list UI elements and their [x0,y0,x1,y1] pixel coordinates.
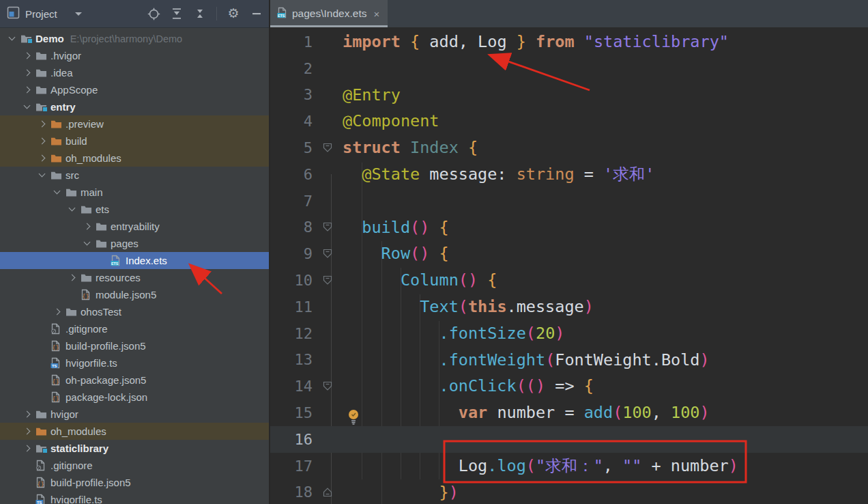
chevron-down-icon[interactable] [20,98,35,115]
tree-item-index.ets[interactable]: ETSIndex.ets [0,252,269,269]
code-text: .fontWeight(FontWeight.Bold) [343,347,710,374]
chevron-right-icon[interactable] [50,303,66,320]
tree-indent-spacer [35,389,50,406]
chevron-right-icon[interactable] [20,47,35,64]
tree-item-.idea[interactable]: .idea [0,64,269,81]
line-number: 13 [270,351,313,368]
hide-panel-icon[interactable] [250,7,263,20]
tree-item-label: Demo [35,33,64,44]
code-line-3[interactable]: 3@Entry [270,82,868,109]
chevron-right-icon[interactable] [66,269,81,286]
tree-item-label: oh-package.json5 [66,374,146,386]
expand-all-icon[interactable] [170,7,184,20]
tree-item-appscope[interactable]: AppScope [0,81,269,98]
tree-item-hvigorfile.ts[interactable]: TShvigorfile.ts [0,354,269,372]
tree-item-build-profile.json5[interactable]: {}build-profile.json5 [0,474,269,491]
code-text: import { add, Log } from "staticlibrary" [343,29,729,55]
json-file-icon: {} [50,391,66,403]
tree-item-entryability[interactable]: entryability [0,218,269,235]
fold-marker-icon[interactable] [313,221,343,233]
folder-icon [35,68,50,78]
chevron-right-icon[interactable] [20,423,35,440]
chevron-down-icon[interactable] [50,184,66,201]
code-editor[interactable]: 1import { add, Log } from "staticlibrary… [270,27,868,504]
chevron-right-icon[interactable] [35,150,50,167]
chevron-right-icon[interactable] [35,132,50,150]
line-number: 16 [270,431,313,448]
chevron-down-icon[interactable] [66,201,81,218]
project-view-selector[interactable]: Project [0,6,82,22]
tree-item-.preview[interactable]: .preview [0,115,269,132]
chevron-right-icon[interactable] [20,440,35,457]
folder-icon [96,222,111,232]
tree-item-module.json5[interactable]: {}module.json5 [0,286,269,303]
tab-index-ets[interactable]: ETS pages\Index.ets × [270,0,388,27]
chevron-right-icon[interactable] [81,218,96,235]
tree-item-src[interactable]: src [0,167,269,184]
tree-item-hvigor[interactable]: hvigor [0,406,269,423]
code-line-11[interactable]: 11 Text(this.message) [270,294,868,320]
chevron-down-icon[interactable] [81,235,96,252]
chevron-right-icon[interactable] [20,81,35,98]
fold-marker-icon[interactable] [313,142,343,154]
code-line-8[interactable]: 8 build() { [270,214,868,241]
folder-icon [96,239,111,249]
tree-indent-spacer [35,354,50,372]
tree-item-oh-package.json5[interactable]: {}oh-package.json5 [0,372,269,389]
intention-bulb-icon[interactable] [347,408,360,429]
chevron-down-icon[interactable] [5,30,20,47]
code-line-10[interactable]: 10 Column() { [270,267,868,294]
line-number: 2 [270,60,313,77]
tree-item-resources[interactable]: resources [0,269,269,286]
tree-item-label: oh_modules [50,425,106,437]
chevron-down-icon[interactable] [35,167,50,184]
code-line-7[interactable]: 7 [270,188,868,214]
tree-item-.gitignore[interactable]: .gitignore [0,320,269,337]
fold-marker-icon[interactable] [313,380,343,392]
tree-item-label: AppScope [50,84,98,96]
fold-marker-icon[interactable] [313,248,343,260]
code-line-6[interactable]: 6 @State message: string = '求和' [270,161,868,188]
tree-item-ets[interactable]: ets [0,201,269,218]
close-tab-icon[interactable]: × [373,8,379,20]
tree-item-pages[interactable]: pages [0,235,269,252]
code-line-13[interactable]: 13 .fontWeight(FontWeight.Bold) [270,347,868,374]
tree-item-entry[interactable]: entry [0,98,269,115]
code-line-9[interactable]: 9 Row() { [270,240,868,267]
ide-window: Project [0,0,868,504]
tree-item-package-lock.json[interactable]: {}package-lock.json [0,389,269,406]
code-line-16[interactable]: 16 [270,426,868,453]
tree-item-label: entry [50,101,76,113]
code-line-14[interactable]: 14 .onClick(() => { [270,373,868,400]
code-line-5[interactable]: 5struct Index { [270,135,868,161]
code-line-4[interactable]: 4@Component [270,108,868,135]
line-number: 12 [270,325,313,342]
chevron-right-icon[interactable] [20,64,35,81]
tree-item-build[interactable]: build [0,132,269,150]
tree-indent-spacer [20,474,35,491]
tree-item-oh_modules[interactable]: oh_modules [0,423,269,440]
module-folder-icon [35,102,50,112]
line-number: 7 [270,193,313,210]
code-line-12[interactable]: 12 .fontSize(20) [270,320,868,347]
fold-marker-icon[interactable] [313,275,343,286]
tree-item-.hvigor[interactable]: .hvigor [0,47,269,64]
code-line-2[interactable]: 2 [270,55,868,82]
tree-item-staticlibrary[interactable]: staticlibrary [0,440,269,457]
fold-marker-icon[interactable] [313,486,343,498]
chevron-right-icon[interactable] [20,406,35,423]
tree-item-.gitignore[interactable]: .gitignore [0,457,269,474]
settings-gear-icon[interactable]: ⚙ [227,7,240,20]
collapse-all-icon[interactable] [193,7,207,20]
tree-item-ohostest[interactable]: ohosTest [0,303,269,320]
tree-item-hvigorfile.ts[interactable]: TShvigorfile.ts [0,491,269,504]
code-line-17[interactable]: 17 Log.log("求和：", "" + number) [270,453,868,479]
chevron-right-icon[interactable] [35,115,50,132]
code-line-1[interactable]: 1import { add, Log } from "staticlibrary… [270,29,868,55]
tree-item-build-profile.json5[interactable]: {}build-profile.json5 [0,337,269,354]
tree-item-oh_modules[interactable]: oh_modules [0,150,269,167]
tree-item-main[interactable]: main [0,184,269,201]
locate-file-icon[interactable] [147,7,160,20]
code-line-18[interactable]: 18 }) [270,479,868,504]
tree-item-demo[interactable]: DemoE:\project\harmony\Demo [0,30,269,47]
